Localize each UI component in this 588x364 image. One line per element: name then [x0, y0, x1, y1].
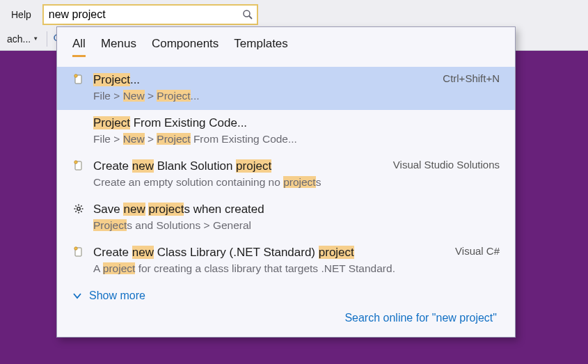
menubar: Help	[0, 0, 588, 27]
result-tabs: AllMenusComponentsTemplates	[57, 27, 515, 63]
result-path: Projects and Solutions > General	[93, 219, 500, 232]
result-path: Create an empty solution containing no p…	[93, 175, 375, 189]
doc-icon	[72, 74, 85, 85]
result-body: Project From Existing Code...File > New …	[93, 116, 500, 146]
chevron-down-icon	[72, 291, 82, 301]
result-right-label: Visual Studio Solutions	[383, 159, 500, 171]
result-title: Project...	[93, 72, 424, 88]
result-body: Project...File > New > Project...	[93, 72, 424, 103]
dropdown-icon: ▼	[33, 35, 38, 42]
result-path: File > New > Project From Existing Code.…	[93, 132, 500, 146]
svg-line-16	[81, 205, 81, 206]
svg-point-0	[244, 10, 250, 17]
result-body: Create new Blank Solution projectCreate …	[93, 159, 375, 189]
result-title: Project From Existing Code...	[93, 116, 500, 131]
toolbar-divider	[47, 31, 47, 47]
svg-line-17	[75, 211, 76, 212]
result-item[interactable]: Project...File > New > Project...Ctrl+Sh…	[57, 67, 515, 110]
result-right-label: Ctrl+Shift+N	[433, 72, 500, 84]
result-item[interactable]: Project From Existing Code...File > New …	[57, 110, 515, 153]
result-path: A project for creating a class library t…	[93, 262, 437, 276]
result-body: Save new projects when createdProjects a…	[93, 202, 500, 232]
show-more-link[interactable]: Show more	[57, 283, 515, 305]
result-path: File > New > Project...	[93, 89, 424, 103]
result-title: Create new Class Library (.NET Standard)…	[93, 245, 437, 260]
tab-menus[interactable]: Menus	[101, 37, 136, 57]
toolbar-attach-fragment[interactable]: ach... ▼	[4, 32, 41, 46]
gear-icon	[72, 203, 85, 214]
svg-point-19	[74, 247, 77, 250]
result-title: Save new projects when created	[93, 202, 500, 217]
result-item[interactable]: Save new projects when createdProjects a…	[57, 196, 515, 239]
svg-point-6	[74, 74, 77, 77]
doc-icon	[72, 160, 85, 171]
search-icon[interactable]	[242, 9, 253, 20]
results-list: Project...File > New > Project...Ctrl+Sh…	[57, 63, 515, 283]
result-body: Create new Class Library (.NET Standard)…	[93, 245, 437, 276]
result-item[interactable]: Create new Class Library (.NET Standard)…	[57, 239, 515, 283]
search-results-popup: AllMenusComponentsTemplates Project...Fi…	[56, 26, 516, 338]
quick-launch-search[interactable]	[42, 4, 258, 25]
svg-point-8	[74, 161, 77, 164]
result-item[interactable]: Create new Blank Solution projectCreate …	[57, 153, 515, 196]
tab-all[interactable]: All	[72, 37, 86, 57]
menu-help[interactable]: Help	[4, 6, 38, 23]
svg-line-1	[249, 16, 252, 19]
result-right-label: Visual C#	[445, 245, 500, 257]
svg-point-9	[77, 207, 80, 210]
svg-line-14	[75, 205, 76, 206]
tab-components[interactable]: Components	[152, 37, 218, 57]
doc-icon	[72, 246, 85, 258]
result-title: Create new Blank Solution project	[93, 159, 375, 174]
search-input[interactable]	[47, 7, 242, 22]
svg-line-15	[81, 211, 81, 212]
search-online-link[interactable]: Search online for "new project"	[57, 305, 515, 329]
tab-templates[interactable]: Templates	[234, 37, 287, 57]
